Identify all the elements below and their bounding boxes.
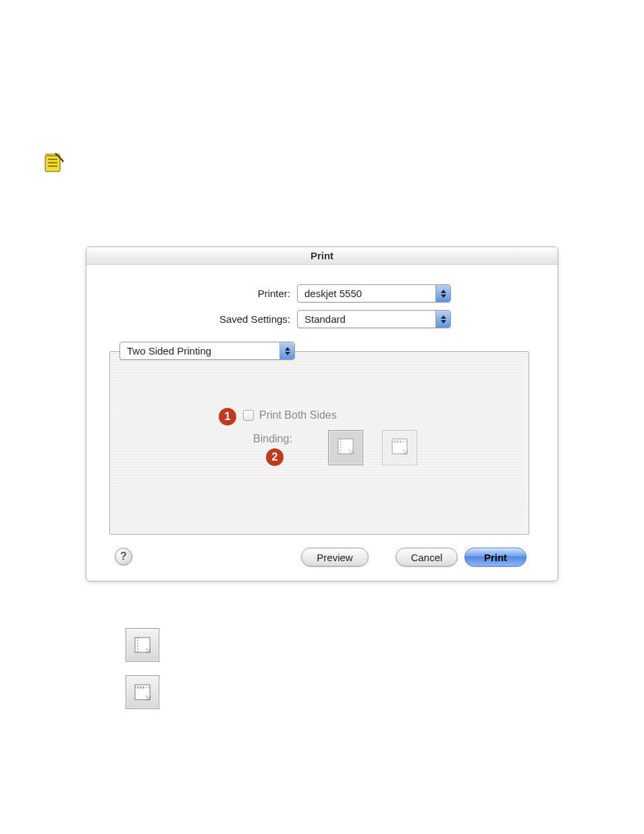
saved-settings-row: Saved Settings: Standard — [191, 310, 451, 328]
printer-select[interactable]: deskjet 5550 — [297, 284, 451, 303]
tablet-binding-icon — [388, 435, 411, 461]
svg-rect-0 — [45, 155, 60, 172]
updown-arrow-icon — [279, 342, 294, 359]
callout-marker-2: 2 — [266, 448, 284, 466]
options-panel — [109, 351, 529, 535]
print-button-label: Print — [484, 552, 507, 563]
note-icon — [43, 152, 65, 174]
book-binding-icon-large — [126, 628, 159, 662]
print-dialog: Print Printer: deskjet 5550 Saved Settin… — [86, 246, 558, 581]
cancel-button[interactable]: Cancel — [396, 548, 458, 567]
print-both-sides-label: Print Both Sides — [259, 409, 337, 421]
preview-button-label: Preview — [317, 552, 352, 563]
panel-select-wrap: Two Sided Printing — [119, 342, 295, 360]
updown-arrow-icon — [435, 311, 450, 328]
printer-row: Printer: deskjet 5550 — [230, 284, 451, 303]
print-button[interactable]: Print — [464, 548, 527, 567]
saved-settings-label: Saved Settings: — [191, 313, 290, 325]
cancel-button-label: Cancel — [411, 552, 443, 563]
binding-label: Binding: — [253, 433, 292, 445]
saved-settings-select[interactable]: Standard — [297, 310, 451, 328]
book-binding-icon — [334, 435, 357, 461]
preview-button[interactable]: Preview — [301, 548, 369, 567]
updown-arrow-icon — [435, 285, 450, 302]
printer-label: Printer: — [230, 288, 290, 299]
callout-marker-1: 1 — [219, 408, 236, 425]
help-button[interactable]: ? — [115, 548, 132, 565]
binding-tablet-button[interactable] — [382, 430, 417, 465]
print-both-sides-row: Print Both Sides — [243, 409, 337, 421]
help-icon: ? — [120, 550, 127, 563]
print-both-sides-checkbox[interactable] — [243, 410, 254, 421]
printer-select-value: deskjet 5550 — [298, 285, 435, 302]
panel-select[interactable]: Two Sided Printing — [119, 342, 295, 360]
tablet-binding-icon-large — [126, 675, 159, 709]
panel-select-value: Two Sided Printing — [120, 342, 279, 359]
saved-settings-select-value: Standard — [298, 311, 435, 328]
dialog-title: Print — [86, 247, 558, 265]
binding-book-button[interactable] — [328, 430, 363, 465]
